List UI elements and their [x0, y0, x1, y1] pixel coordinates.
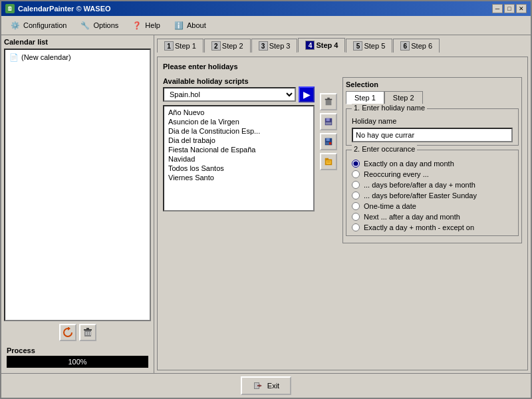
- available-scripts-label: Available holiday scripts: [163, 77, 315, 85]
- radio-option-6[interactable]: Exactly a day + month - except on: [352, 222, 513, 233]
- calendar-item-label: (New calendar): [21, 53, 71, 61]
- svg-rect-8: [327, 98, 330, 99]
- holiday-item-1[interactable]: Asuncion de la Virgen: [166, 117, 312, 126]
- load-icon: [324, 157, 333, 166]
- radio-input-5[interactable]: [352, 213, 360, 221]
- configuration-icon: ⚙️: [10, 20, 21, 31]
- holiday-item-4[interactable]: Fiesta Nacional de España: [166, 145, 312, 154]
- radio-option-3[interactable]: ... days before/after Easter Sunday: [352, 190, 513, 201]
- process-label: Process: [7, 346, 148, 354]
- menu-configuration[interactable]: ⚙️ Configuration: [4, 17, 72, 33]
- title-bar: 🗓 CalendarPainter © WASEO ─ □ ✕: [1, 1, 531, 16]
- holiday-item-2[interactable]: Dia de la Constitucion Esp...: [166, 126, 312, 136]
- menu-options-label: Options: [93, 21, 118, 29]
- radio-input-4[interactable]: [352, 202, 360, 210]
- exit-icon: [253, 380, 263, 391]
- sidebar-title: Calendar list: [4, 38, 151, 46]
- radio-option-0[interactable]: Exactly on a day and month: [352, 158, 513, 169]
- holiday-section: Available holiday scripts Spain.hol Germ…: [163, 77, 522, 243]
- menu-options[interactable]: 🔧 Options: [74, 17, 124, 33]
- radio-input-0[interactable]: [352, 160, 360, 168]
- calendar-item[interactable]: 📄 (New calendar): [7, 51, 148, 63]
- exit-label: Exit: [267, 382, 279, 390]
- close-button[interactable]: ✕: [516, 4, 527, 13]
- tab-step2[interactable]: 2 Step 2: [204, 39, 251, 53]
- holiday-item-5[interactable]: Navidad: [166, 154, 312, 164]
- occurrence-group-title: 2. Enter occurance: [352, 145, 417, 153]
- sel-tab-step1[interactable]: Step 1: [346, 91, 384, 104]
- menu-configuration-label: Configuration: [23, 21, 66, 29]
- script-dropdown[interactable]: Spain.hol Germany.hol France.hol UK.hol: [163, 87, 296, 102]
- radio-option-5[interactable]: Next ... after a day and month: [352, 211, 513, 222]
- selection-panel: Selection Step 1 Step 2 1. Enter holiday…: [342, 77, 522, 243]
- maximize-button[interactable]: □: [504, 4, 515, 13]
- menu-about-label: About: [187, 21, 206, 29]
- radio-option-1[interactable]: Reoccuring every ...: [352, 169, 513, 180]
- action-buttons: [320, 77, 337, 243]
- radio-option-2[interactable]: ... days before/after a day + month: [352, 180, 513, 190]
- menu-about[interactable]: ℹ️ About: [168, 17, 212, 33]
- save-icon: [324, 117, 333, 126]
- step6-num: 6: [400, 41, 410, 51]
- svg-rect-10: [327, 118, 330, 121]
- tab-step4[interactable]: 4 Step 4: [298, 38, 345, 53]
- help-icon: ❓: [132, 20, 142, 31]
- sel-tab-step2[interactable]: Step 2: [384, 91, 423, 104]
- radio-input-2[interactable]: [352, 181, 360, 189]
- svg-rect-5: [90, 332, 90, 335]
- radio-input-6[interactable]: [352, 223, 360, 231]
- tab-step5[interactable]: 5 Step 5: [346, 39, 392, 53]
- about-icon: ℹ️: [174, 20, 184, 31]
- svg-rect-11: [326, 122, 332, 125]
- tab-step3[interactable]: 3 Step 3: [251, 39, 298, 53]
- svg-rect-3: [86, 332, 86, 335]
- tab-step6[interactable]: 6 Step 6: [393, 39, 440, 53]
- left-holiday-panel: Available holiday scripts Spain.hol Germ…: [163, 77, 315, 243]
- radio-label-0: Exactly on a day and month: [364, 160, 454, 168]
- radio-option-4[interactable]: One-time a date: [352, 201, 513, 211]
- sidebar-action-buttons: [4, 321, 151, 344]
- step1-label: Step 1: [175, 42, 196, 50]
- occurrence-group: 2. Enter occurance Exactly on a day and …: [346, 150, 519, 236]
- options-icon: 🔧: [80, 20, 90, 31]
- delete-holiday-icon: [324, 97, 333, 106]
- minimize-button[interactable]: ─: [492, 4, 503, 13]
- step4-label: Step 4: [316, 41, 338, 49]
- tab-step1[interactable]: 1 Step 1: [157, 39, 203, 53]
- load-button[interactable]: [320, 153, 337, 170]
- delete-button[interactable]: [79, 324, 96, 341]
- holiday-listbox[interactable]: Año Nuevo Asuncion de la Virgen Dia de l…: [163, 105, 315, 211]
- radio-input-3[interactable]: [352, 192, 360, 200]
- calendar-list[interactable]: 📄 (New calendar): [4, 49, 151, 321]
- title-controls: ─ □ ✕: [492, 4, 527, 13]
- refresh-button[interactable]: [59, 324, 76, 341]
- exit-button[interactable]: Exit: [241, 376, 291, 395]
- save-special-button[interactable]: [320, 133, 337, 150]
- step5-label: Step 5: [364, 42, 385, 50]
- window-title: CalendarPainter © WASEO: [18, 5, 111, 13]
- svg-rect-4: [88, 332, 88, 335]
- delete-holiday-button[interactable]: [320, 93, 337, 110]
- radio-input-1[interactable]: [352, 170, 360, 178]
- sidebar: Calendar list 📄 (New calendar): [1, 35, 154, 373]
- script-arrow-button[interactable]: ▶: [299, 86, 315, 102]
- calendar-item-icon: 📄: [9, 53, 19, 62]
- selection-title: Selection: [346, 80, 519, 88]
- title-bar-left: 🗓 CalendarPainter © WASEO: [5, 4, 111, 13]
- radio-label-3: ... days before/after Easter Sunday: [364, 192, 477, 200]
- main-content: Calendar list 📄 (New calendar): [1, 35, 531, 373]
- holiday-name-group-title: 1. Enter holiday name: [352, 104, 427, 112]
- holiday-item-0[interactable]: Año Nuevo: [166, 108, 312, 117]
- save-button[interactable]: [320, 113, 337, 130]
- radio-label-1: Reoccuring every ...: [364, 170, 429, 178]
- holiday-item-7[interactable]: Viernes Santo: [166, 173, 312, 182]
- svg-rect-1: [84, 329, 92, 331]
- holiday-name-group: 1. Enter holiday name Holiday name: [346, 108, 519, 146]
- holiday-name-input[interactable]: [352, 128, 513, 142]
- refresh-icon: [63, 327, 73, 338]
- progress-bar: 100%: [7, 356, 148, 368]
- menu-help[interactable]: ❓ Help: [126, 17, 166, 33]
- holiday-item-3[interactable]: Dia del trabajo: [166, 136, 312, 145]
- svg-rect-6: [326, 100, 332, 105]
- holiday-item-6[interactable]: Todos los Santos: [166, 164, 312, 173]
